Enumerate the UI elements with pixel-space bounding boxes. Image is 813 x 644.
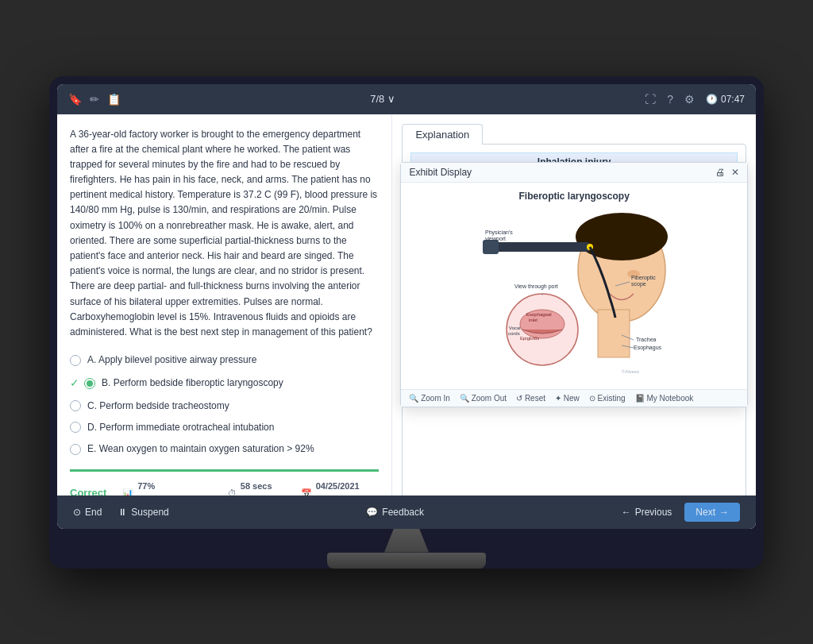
print-icon[interactable]: 🖨 <box>715 167 725 178</box>
feedback-button[interactable]: 💬 Feedback <box>366 507 424 518</box>
chart-icon: 📊 <box>122 487 133 495</box>
radio-d[interactable] <box>70 422 81 433</box>
left-panel: A 36-year-old factory worker is brought … <box>57 114 392 496</box>
svg-text:View through port: View through port <box>514 283 558 290</box>
notes-icon[interactable]: 📋 <box>107 93 121 106</box>
svg-text:viewport: viewport <box>485 236 506 242</box>
stand-base <box>327 553 486 569</box>
clock-icon: 🕐 <box>706 94 718 105</box>
svg-text:Trachea: Trachea <box>636 337 657 342</box>
question-text: A 36-year-old factory worker is brought … <box>70 127 379 341</box>
bottom-left: ⊙ End ⏸ Suspend <box>73 507 169 518</box>
answer-label-a: A. Apply bilevel positive airway pressur… <box>87 353 256 368</box>
explanation-content: Inhalation injury Pathophysiology Concer… <box>402 144 746 496</box>
radio-c[interactable] <box>70 400 81 411</box>
exhibit-body: Fiberoptic laryngoscopy <box>401 183 747 389</box>
suspend-icon: ⏸ <box>118 507 127 518</box>
svg-text:cords: cords <box>508 331 520 336</box>
bookmark-icon[interactable]: 🔖 <box>68 93 82 106</box>
answer-option-e[interactable]: E. Wean oxygen to maintain oxygen satura… <box>70 442 379 457</box>
svg-rect-5 <box>483 240 499 254</box>
result-status: Correct <box>70 485 106 495</box>
svg-text:Epiglottis: Epiglottis <box>520 336 539 341</box>
svg-text:Fiberoptic: Fiberoptic <box>631 275 656 281</box>
answer-option-c[interactable]: C. Perform bedside tracheostomy <box>70 399 379 414</box>
result-date: 📅 04/25/2021 Last Updated <box>301 480 368 495</box>
top-bar-right: ⛶ ? ⚙ 🕐 07:47 <box>645 93 745 106</box>
explanation-tab[interactable]: Explanation <box>402 124 483 145</box>
top-bar: 🔖 ✏ 📋 7/8 ∨ ⛶ ? ⚙ 🕐 07:47 <box>57 84 756 114</box>
monitor-stand <box>57 529 756 569</box>
result-time: ⏱ 58 secs Time Spent <box>228 480 285 495</box>
svg-text:Physician's: Physician's <box>485 229 513 236</box>
exhibit-title-label: Exhibit Display <box>409 167 472 178</box>
svg-text:Vocal: Vocal <box>509 326 521 330</box>
svg-text:©Alvesx: ©Alvesx <box>622 369 639 374</box>
exhibit-popup: Exhibit Display 🖨 ✕ Fiberoptic laryngosc… <box>400 162 748 407</box>
svg-point-2 <box>576 213 668 260</box>
close-icon[interactable]: ✕ <box>731 167 739 178</box>
timer-icon: ⏱ <box>228 487 237 495</box>
exhibit-header: Exhibit Display 🖨 ✕ <box>401 163 747 183</box>
main-content: A 36-year-old factory worker is brought … <box>57 114 756 496</box>
arrow-left-icon: ← <box>622 507 631 518</box>
top-bar-left: 🔖 ✏ 📋 <box>68 93 121 106</box>
bottom-bar: ⊙ End ⏸ Suspend 💬 Feedback ← Previous Ne… <box>57 496 756 529</box>
arrow-right-icon: → <box>719 507 729 518</box>
suspend-button[interactable]: ⏸ Suspend <box>118 507 168 518</box>
help-icon[interactable]: ? <box>667 93 673 106</box>
answer-label-c: C. Perform bedside tracheostomy <box>87 399 229 414</box>
answer-label-b: B. Perform bedside fiberoptic laryngosco… <box>102 376 283 391</box>
exhibit-diagram-title: Fiberoptic laryngoscopy <box>519 191 630 202</box>
calendar-icon: 📅 <box>301 487 312 495</box>
exhibit-footer: 🔍 Zoom In 🔍 Zoom Out ↺ Reset ✦ New ⊙ Exi… <box>401 389 747 407</box>
svg-rect-4 <box>487 242 590 252</box>
bottom-right: ← Previous Next → <box>622 503 740 522</box>
progress-indicator[interactable]: 7/8 ∨ <box>370 93 395 105</box>
answer-option-a[interactable]: A. Apply bilevel positive airway pressur… <box>70 353 379 368</box>
fiberoptic-diagram: Physician's viewport Fiberoptic scope Fi… <box>463 206 685 381</box>
answer-option-d[interactable]: D. Perform immediate orotracheal intubat… <box>70 420 379 435</box>
stand-neck <box>375 529 438 553</box>
svg-text:inlet: inlet <box>529 318 538 322</box>
highlight-icon[interactable]: ✏ <box>90 93 99 106</box>
answer-label-e: E. Wean oxygen to maintain oxygen satura… <box>87 442 314 457</box>
expand-icon[interactable]: ⛶ <box>645 93 656 106</box>
checkmark-icon: ✓ <box>70 374 79 391</box>
next-button[interactable]: Next → <box>684 503 740 522</box>
previous-button[interactable]: ← Previous <box>622 507 672 518</box>
answer-label-d: D. Perform immediate orotracheal intubat… <box>87 420 274 435</box>
answer-options: A. Apply bilevel positive airway pressur… <box>70 353 379 457</box>
svg-text:Esophagus: Esophagus <box>634 345 662 351</box>
radio-b[interactable] <box>84 378 95 389</box>
end-button[interactable]: ⊙ End <box>73 507 102 518</box>
svg-rect-1 <box>598 310 630 357</box>
reset-btn[interactable]: ↺ Reset <box>516 394 545 403</box>
end-icon: ⊙ <box>73 507 81 518</box>
radio-e[interactable] <box>70 444 81 455</box>
existing-btn[interactable]: ⊙ Existing <box>589 394 626 403</box>
new-btn[interactable]: ✦ New <box>555 394 580 403</box>
result-percent: 📊 77% Answered correctly <box>122 480 212 495</box>
settings-icon[interactable]: ⚙ <box>684 93 695 106</box>
answer-option-b[interactable]: ✓ B. Perform bedside fiberoptic laryngos… <box>70 374 379 391</box>
exhibit-header-icons: 🖨 ✕ <box>715 167 739 178</box>
zoom-in-btn[interactable]: 🔍 Zoom In <box>409 394 449 403</box>
right-panel: Explanation Inhalation injury Pathophysi… <box>392 114 756 496</box>
feedback-icon: 💬 <box>366 507 378 518</box>
svg-text:Esophageal: Esophageal <box>526 312 552 317</box>
radio-a[interactable] <box>70 355 81 366</box>
zoom-out-btn[interactable]: 🔍 Zoom Out <box>460 394 507 403</box>
time-display: 🕐 07:47 <box>706 94 745 105</box>
result-bar: Correct 📊 77% Answered correctly ⏱ 58 se… <box>70 469 379 495</box>
svg-text:scope: scope <box>631 281 646 287</box>
my-notebook-btn[interactable]: 📓 My Notebook <box>635 394 694 403</box>
